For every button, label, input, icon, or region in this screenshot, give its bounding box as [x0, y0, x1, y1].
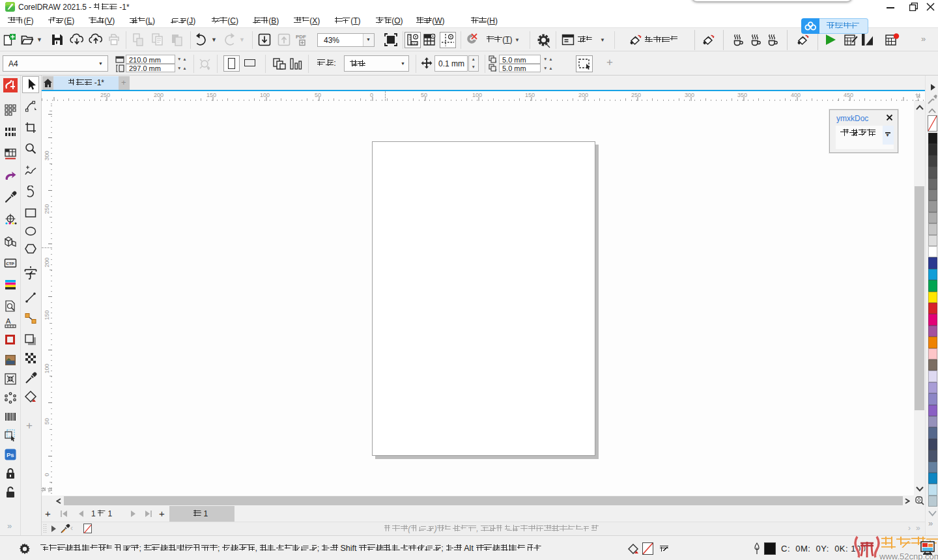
svg-text:Ps: Ps [7, 451, 14, 458]
svg-text:x: x [495, 59, 497, 63]
svg-text:PDF: PDF [296, 34, 306, 40]
svg-text:y: y [495, 68, 497, 72]
svg-text:A: A [6, 317, 11, 325]
svg-text:CTP: CTP [6, 261, 14, 266]
